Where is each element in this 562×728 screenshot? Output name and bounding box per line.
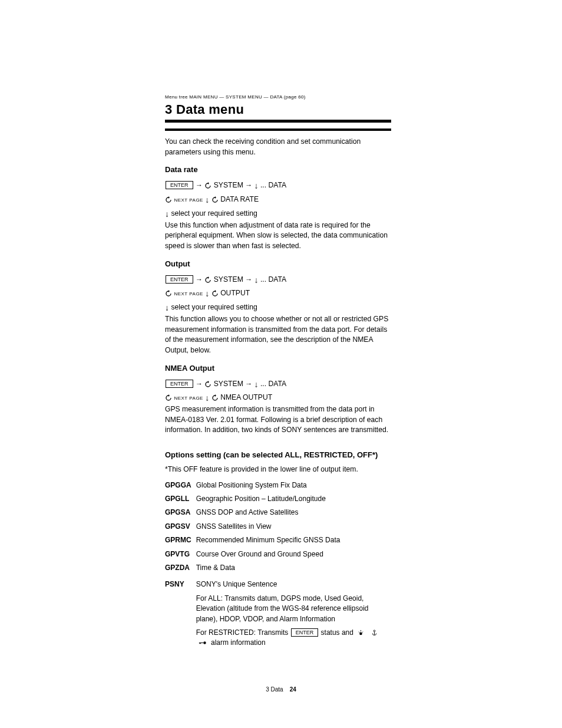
enter-key-icon: ENTER	[291, 628, 319, 637]
cycle-icon	[204, 180, 211, 192]
anchor-icon	[371, 630, 378, 636]
table-row: PSNYSONY's Unique Sentence	[165, 575, 391, 591]
nav-sequence-output: ENTER → SYSTEM → ↓ ... DATA NEXT PAGE ↓ …	[165, 272, 391, 314]
arrow-down-icon: ↓	[165, 209, 169, 219]
options-setting-heading: Options setting (can be selected ALL, RE…	[165, 450, 391, 461]
nav-sequence-nmea: ENTER → SYSTEM → ↓ ... DATA NEXT PAGE ↓ …	[165, 377, 391, 405]
page: Menu tree MAIN MENU — SYSTEM MENU — DATA…	[0, 0, 562, 728]
table-row: GPGGAGlobal Positioning System Fix Data	[165, 479, 391, 492]
page-heading: 3 Data menu	[165, 102, 391, 117]
arrow-down-icon: ↓	[254, 380, 259, 389]
arrow-down-icon: ↓	[165, 303, 169, 312]
arrow-right-icon: →	[196, 181, 203, 189]
arrow-down-icon: ↓	[205, 195, 209, 205]
svg-point-1	[373, 630, 375, 632]
arrow-right-icon: →	[245, 380, 252, 388]
page-number: 24	[290, 686, 296, 693]
cycle-icon	[204, 378, 211, 391]
arrow-right-icon: →	[245, 275, 252, 284]
cycle-icon	[165, 392, 172, 404]
footer-section-label: 3 Data	[266, 686, 283, 693]
section-title-nmea: NMEA Output	[165, 363, 391, 374]
arrow-down-icon: ↓	[205, 289, 209, 298]
table-row-psny-all: For ALL: Transmits datum, DGPS mode, Use…	[165, 592, 391, 626]
next-page-label: NEXT PAGE	[174, 291, 203, 297]
options-footnote: *This OFF feature is provided in the low…	[165, 465, 391, 475]
section-title-output: Output	[165, 259, 391, 270]
heading-rule-top	[165, 120, 391, 123]
section-desc-data-rate: Use this function when adjustment of dat…	[165, 220, 391, 252]
svg-point-2	[203, 642, 206, 644]
table-row: GPGSVGNSS Satellites in View	[165, 520, 391, 533]
content-body: You can check the receiving condition an…	[165, 137, 391, 650]
cycle-icon	[211, 392, 219, 404]
arrow-down-icon: ↓	[254, 275, 259, 285]
section-desc-output: This function allows you to choose wheth…	[165, 314, 391, 356]
heading-rule-bottom	[165, 129, 391, 131]
table-row: GPZDATime & Data	[165, 561, 391, 575]
arrow-down-icon: ↓	[254, 181, 259, 190]
menu-path-small: Menu tree MAIN MENU — SYSTEM MENU — DATA…	[165, 94, 391, 100]
table-row: GPGSAGNSS DOP and Active Satellites	[165, 506, 391, 519]
light-icon	[358, 630, 364, 636]
arrow-right-icon: →	[245, 181, 252, 189]
nmea-sentences-table: GPGGAGlobal Positioning System Fix Data …	[165, 479, 391, 650]
svg-point-0	[360, 633, 363, 635]
enter-key-icon: ENTER	[166, 380, 193, 388]
arrow-down-icon: ↓	[205, 393, 209, 403]
arrow-right-icon: →	[196, 275, 203, 284]
nav-sequence-data-rate: ENTER → SYSTEM → ↓ ... DATA NEXT PAGE ↓ …	[165, 178, 391, 220]
table-row-psny-restricted: For RESTRICTED: Transmits ENTER status a…	[165, 626, 391, 650]
arrow-right-icon: →	[196, 380, 203, 388]
cycle-icon	[165, 194, 172, 206]
next-page-label: NEXT PAGE	[174, 197, 203, 203]
table-row: GPRMCRecommended Minimum Specific GNSS D…	[165, 533, 391, 547]
cycle-icon	[204, 274, 211, 286]
cycle-icon	[211, 288, 219, 300]
section-title-data-rate: Data rate	[165, 164, 391, 176]
table-row: GPVTGCourse Over Ground and Ground Speed	[165, 548, 391, 561]
next-page-label: NEXT PAGE	[174, 396, 203, 401]
enter-key-icon: ENTER	[166, 275, 193, 284]
enter-key-icon: ENTER	[166, 181, 193, 189]
cycle-icon	[165, 288, 172, 300]
cycle-icon	[211, 194, 219, 206]
intro-text: You can check the receiving condition an…	[165, 137, 391, 157]
key-icon	[199, 640, 207, 646]
section-desc-nmea: GPS measurement information is transmitt…	[165, 404, 391, 436]
page-footer: 3 Data 24	[0, 686, 562, 693]
table-row: GPGLLGeographic Position – Latitude/Long…	[165, 492, 391, 506]
